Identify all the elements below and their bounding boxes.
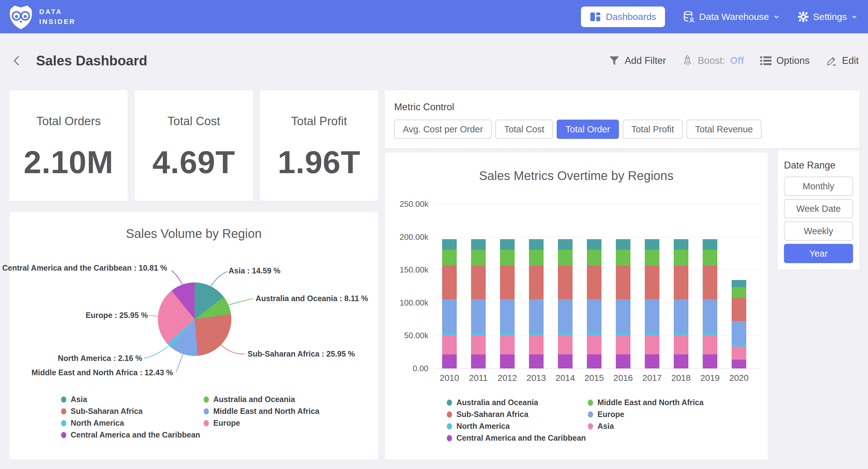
nav-dashboards[interactable]: Dashboards — [581, 6, 665, 27]
bar-segment-asia[interactable] — [558, 336, 572, 355]
bar-segment-australia-and-oceania[interactable] — [703, 239, 717, 250]
bar-segment-europe[interactable] — [616, 299, 630, 333]
bar-2017[interactable] — [645, 239, 659, 369]
bar-segment-central-america-and-the-caribbean[interactable] — [500, 354, 515, 369]
bar-segment-europe[interactable] — [645, 299, 659, 333]
bar-segment-europe[interactable] — [442, 299, 457, 333]
bar-segment-europe[interactable] — [500, 299, 515, 333]
legend-item-europe[interactable]: Europe — [588, 410, 624, 419]
bar-segment-north-america[interactable] — [558, 333, 572, 336]
legend-item-north-america[interactable]: North America — [61, 418, 124, 428]
bar-segment-asia[interactable] — [732, 347, 746, 359]
bar-segment-middle-east-and-north-africa[interactable] — [616, 250, 630, 266]
bar-segment-australia-and-oceania[interactable] — [674, 239, 688, 250]
bar-segment-asia[interactable] — [529, 336, 544, 355]
bar-segment-central-america-and-the-caribbean[interactable] — [558, 354, 572, 369]
back-button[interactable] — [10, 55, 23, 67]
bar-segment-central-america-and-the-caribbean[interactable] — [645, 354, 659, 369]
date-range-option-week-date[interactable]: Week Date — [784, 199, 853, 218]
bar-segment-sub-saharan-africa[interactable] — [442, 266, 457, 299]
bar-2012[interactable] — [500, 239, 515, 369]
bar-segment-australia-and-oceania[interactable] — [500, 239, 515, 250]
date-range-option-weekly[interactable]: Weekly — [784, 222, 853, 241]
bar-2010[interactable] — [442, 239, 457, 369]
bar-segment-central-america-and-the-caribbean[interactable] — [674, 354, 688, 369]
bar-segment-middle-east-and-north-africa[interactable] — [529, 250, 544, 266]
bar-2018[interactable] — [674, 239, 688, 369]
bar-segment-australia-and-oceania[interactable] — [587, 239, 601, 250]
bar-2019[interactable] — [703, 239, 717, 369]
bar-2015[interactable] — [587, 239, 601, 369]
bar-segment-middle-east-and-north-africa[interactable] — [587, 250, 601, 266]
bar-2016[interactable] — [616, 239, 630, 369]
bar-segment-asia[interactable] — [645, 336, 659, 355]
bar-segment-central-america-and-the-caribbean[interactable] — [616, 354, 630, 369]
bar-segment-europe[interactable] — [703, 299, 717, 333]
bar-segment-asia[interactable] — [703, 336, 717, 355]
bar-segment-sub-saharan-africa[interactable] — [500, 266, 515, 299]
bar-segment-north-america[interactable] — [442, 333, 457, 336]
boost-toggle[interactable]: Boost: Off — [682, 55, 744, 67]
bar-segment-sub-saharan-africa[interactable] — [674, 266, 688, 299]
legend-item-middle-east-and-north-africa[interactable]: Middle East and North Africa — [588, 398, 704, 407]
date-range-option-year[interactable]: Year — [784, 244, 853, 263]
bar-segment-asia[interactable] — [442, 336, 457, 355]
legend-item-asia[interactable]: Asia — [61, 395, 87, 404]
bar-segment-north-america[interactable] — [500, 333, 515, 336]
bar-segment-middle-east-and-north-africa[interactable] — [471, 250, 486, 266]
legend-item-sub-saharan-africa[interactable]: Sub-Saharan Africa — [61, 407, 143, 416]
bar-segment-middle-east-and-north-africa[interactable] — [674, 250, 688, 266]
bar-2013[interactable] — [529, 239, 544, 369]
bar-segment-australia-and-oceania[interactable] — [645, 239, 659, 250]
bar-segment-central-america-and-the-caribbean[interactable] — [732, 360, 746, 369]
bar-segment-central-america-and-the-caribbean[interactable] — [471, 354, 486, 369]
bar-segment-australia-and-oceania[interactable] — [471, 239, 486, 250]
nav-data-warehouse[interactable]: Data Warehouse — [683, 10, 780, 23]
bar-2011[interactable] — [471, 239, 486, 369]
bar-segment-north-america[interactable] — [732, 345, 746, 347]
bar-segment-central-america-and-the-caribbean[interactable] — [529, 354, 544, 369]
bar-segment-asia[interactable] — [587, 336, 601, 355]
legend-item-central-america-and-the-caribbean[interactable]: Central America and the Caribbean — [61, 430, 200, 439]
bar-segment-asia[interactable] — [616, 336, 630, 355]
bar-2020[interactable] — [732, 280, 746, 369]
bar-segment-central-america-and-the-caribbean[interactable] — [442, 354, 457, 369]
bar-segment-australia-and-oceania[interactable] — [558, 239, 572, 250]
bar-segment-sub-saharan-africa[interactable] — [732, 298, 746, 321]
options-button[interactable]: Options — [760, 55, 810, 66]
metric-option-avg-cost-per-order[interactable]: Avg. Cost per Order — [394, 120, 492, 139]
bar-segment-north-america[interactable] — [674, 333, 688, 336]
bar-segment-europe[interactable] — [529, 299, 544, 333]
legend-item-australia-and-oceania[interactable]: Australia and Oceania — [447, 398, 538, 407]
bar-segment-middle-east-and-north-africa[interactable] — [442, 250, 457, 266]
legend-item-north-america[interactable]: North America — [447, 422, 510, 431]
legend-item-europe[interactable]: Europe — [204, 418, 240, 428]
metric-option-total-order[interactable]: Total Order — [557, 120, 619, 139]
legend-item-sub-saharan-africa[interactable]: Sub-Saharan Africa — [447, 410, 528, 419]
bar-segment-north-america[interactable] — [471, 333, 486, 336]
bar-segment-sub-saharan-africa[interactable] — [558, 266, 572, 299]
legend-item-asia[interactable]: Asia — [588, 422, 614, 431]
legend-item-central-america-and-the-caribbean[interactable]: Central America and the Caribbean — [447, 434, 586, 442]
bar-segment-central-america-and-the-caribbean[interactable] — [703, 354, 717, 369]
bar-segment-middle-east-and-north-africa[interactable] — [558, 250, 572, 266]
add-filter-button[interactable]: Add Filter — [609, 55, 666, 66]
bar-segment-north-america[interactable] — [703, 333, 717, 336]
legend-item-middle-east-and-north-africa[interactable]: Middle East and North Africa — [204, 407, 319, 416]
bar-segment-australia-and-oceania[interactable] — [616, 239, 630, 250]
bar-segment-central-america-and-the-caribbean[interactable] — [587, 354, 601, 369]
bar-segment-north-america[interactable] — [529, 333, 544, 336]
bar-segment-australia-and-oceania[interactable] — [732, 280, 746, 287]
bar-segment-north-america[interactable] — [645, 333, 659, 336]
edit-button[interactable]: Edit — [826, 55, 859, 66]
bar-segment-middle-east-and-north-africa[interactable] — [703, 250, 717, 266]
bar-segment-sub-saharan-africa[interactable] — [645, 266, 659, 299]
bar-segment-sub-saharan-africa[interactable] — [471, 266, 486, 299]
bar-segment-australia-and-oceania[interactable] — [442, 239, 457, 250]
bar-segment-sub-saharan-africa[interactable] — [703, 266, 717, 299]
metric-option-total-cost[interactable]: Total Cost — [495, 120, 553, 139]
legend-item-australia-and-oceania[interactable]: Australia and Oceania — [204, 395, 295, 404]
bar-segment-north-america[interactable] — [587, 333, 601, 336]
bar-segment-asia[interactable] — [500, 336, 515, 355]
nav-settings[interactable]: Settings — [798, 11, 858, 23]
